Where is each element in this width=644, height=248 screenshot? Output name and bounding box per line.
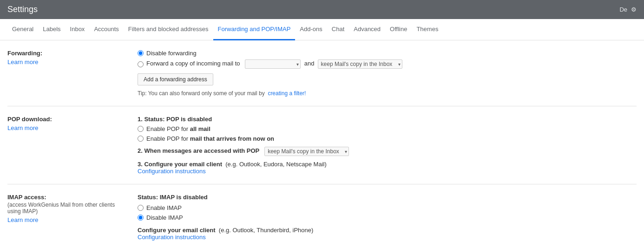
pop-step2-area: 2. When messages are accessed with POP k… xyxy=(138,147,637,156)
forwarding-section: Forwarding: Learn more Disable forwardin… xyxy=(7,40,637,106)
nav-tabs: General Labels Inbox Accounts Filters an… xyxy=(0,19,644,40)
imap-enable-radio[interactable] xyxy=(138,205,144,211)
pop-step3-area: 3. Configure your email client (e.g. Out… xyxy=(138,161,637,168)
pop-config-link-area: Configuration instructions xyxy=(138,168,637,175)
tab-themes[interactable]: Themes xyxy=(412,19,443,40)
forwarding-label-area: Forwarding: Learn more xyxy=(7,50,138,97)
imap-configure-area: Configure your email client (e.g. Outloo… xyxy=(138,227,637,234)
forward-copy-radio[interactable] xyxy=(138,61,144,67)
imap-enable-row: Enable IMAP xyxy=(138,204,637,211)
forwarding-title: Forwarding: xyxy=(7,50,128,57)
settings-container: General Labels Inbox Accounts Filters an… xyxy=(0,19,644,248)
tab-accounts[interactable]: Accounts xyxy=(89,19,123,40)
pop-step3-header: 3. Configure your email client (e.g. Out… xyxy=(138,161,327,168)
tab-forwarding-pop-imap[interactable]: Forwarding and POP/IMAP xyxy=(213,19,296,40)
imap-label-area: IMAP access: (access WorkGenius Mail fro… xyxy=(7,194,138,241)
pop-download-section: POP download: Learn more 1. Status: POP … xyxy=(7,106,637,184)
pop-enable-all-radio[interactable] xyxy=(138,126,144,132)
imap-status: Status: IMAP is disabled xyxy=(138,194,637,201)
pop-keep-select[interactable]: keep Mail's copy in the Inbox xyxy=(264,147,349,156)
imap-configure-detail: (e.g. Outlook, Thunderbird, iPhone) xyxy=(219,227,314,234)
pop-step1-header: 1. Status: POP is disabled xyxy=(138,116,637,123)
forward-address-select-wrapper xyxy=(245,59,301,69)
tab-chat[interactable]: Chat xyxy=(327,19,349,40)
forward-copy-row: Forward a copy of incoming mail to and k… xyxy=(138,59,637,69)
tab-inbox[interactable]: Inbox xyxy=(66,19,90,40)
imap-access-section: IMAP access: (access WorkGenius Mail fro… xyxy=(7,184,637,248)
pop-keep-select-wrapper: keep Mail's copy in the Inbox xyxy=(264,147,349,156)
forwarding-content: Disable forwarding Forward a copy of inc… xyxy=(138,50,637,97)
tab-labels[interactable]: Labels xyxy=(38,19,65,40)
creating-filter-link[interactable]: creating a filter! xyxy=(268,90,306,97)
forwarding-learn-more[interactable]: Learn more xyxy=(7,59,128,65)
forward-copy-label: Forward a copy of incoming mail to and k… xyxy=(146,59,402,69)
pop-enable-from-label: Enable POP for mail that arrives from no… xyxy=(146,135,274,142)
app-title: Settings xyxy=(7,5,38,14)
tab-general[interactable]: General xyxy=(7,19,38,40)
pop-enable-from-radio[interactable] xyxy=(138,136,144,142)
pop-config-instructions-link[interactable]: Configuration instructions xyxy=(138,168,206,175)
forward-address-select[interactable] xyxy=(245,59,301,69)
pop-learn-more[interactable]: Learn more xyxy=(7,124,128,131)
pop-step2-header: 2. When messages are accessed with POP xyxy=(138,147,259,154)
imap-config-link-area: Configuration instructions xyxy=(138,234,637,241)
add-forwarding-address-button[interactable]: Add a forwarding address xyxy=(138,73,213,85)
imap-title: IMAP access: xyxy=(7,194,128,201)
imap-configure-text: Configure your email client xyxy=(138,227,216,234)
tab-filters[interactable]: Filters and blocked addresses xyxy=(124,19,213,40)
gear-icon[interactable]: ⚙ xyxy=(631,6,637,13)
imap-content: Status: IMAP is disabled Enable IMAP Dis… xyxy=(138,194,637,241)
pop-download-content: 1. Status: POP is disabled Enable POP fo… xyxy=(138,116,637,175)
user-initials: De xyxy=(619,6,627,13)
pop-download-label-area: POP download: Learn more xyxy=(7,116,138,175)
tab-addons[interactable]: Add-ons xyxy=(295,19,327,40)
pop-enable-from-row: Enable POP for mail that arrives from no… xyxy=(138,135,637,142)
imap-learn-more[interactable]: Learn more xyxy=(7,216,128,223)
imap-disable-label: Disable IMAP xyxy=(146,214,183,221)
imap-subtitle: (access WorkGenius Mail from other clien… xyxy=(7,202,128,215)
tab-advanced[interactable]: Advanced xyxy=(349,19,385,40)
pop-download-title: POP download: xyxy=(7,116,128,123)
tab-offline[interactable]: Offline xyxy=(385,19,412,40)
disable-forwarding-row: Disable forwarding xyxy=(138,50,637,57)
keep-copy-select[interactable]: keep Mail's copy in the Inbox xyxy=(318,59,402,69)
imap-disable-row: Disable IMAP xyxy=(138,214,637,221)
imap-config-instructions-link[interactable]: Configuration instructions xyxy=(138,234,206,241)
pop-enable-all-row: Enable POP for all mail xyxy=(138,125,637,132)
disable-forwarding-label: Disable forwarding xyxy=(146,50,197,57)
pop-enable-all-label: Enable POP for all mail xyxy=(146,125,210,132)
title-bar-right: De ⚙ xyxy=(619,6,637,13)
imap-enable-label: Enable IMAP xyxy=(146,204,182,211)
disable-forwarding-radio[interactable] xyxy=(138,50,144,56)
forwarding-tip: Tip: You can also forward only some of y… xyxy=(138,90,637,97)
title-bar: Settings De ⚙ xyxy=(0,0,644,19)
imap-disable-radio[interactable] xyxy=(138,215,144,221)
keep-copy-select-wrapper: keep Mail's copy in the Inbox xyxy=(318,59,402,69)
settings-content: Forwarding: Learn more Disable forwardin… xyxy=(0,40,644,248)
